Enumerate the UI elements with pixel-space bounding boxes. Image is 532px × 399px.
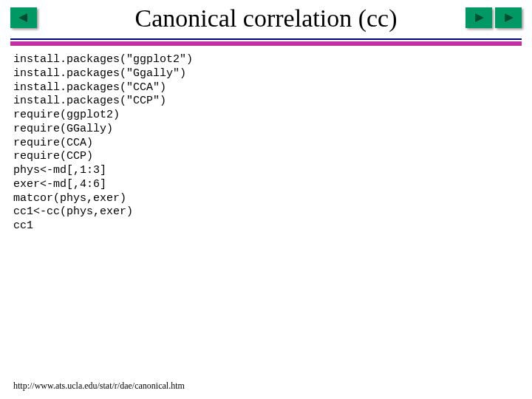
page-title: Canonical correlation (cc) [0, 4, 532, 33]
arrow-left-icon [17, 12, 30, 24]
nav-prev-group [10, 7, 37, 28]
nav-next-group [466, 7, 522, 28]
nav-next-button[interactable] [466, 7, 492, 28]
footer-url: http://www.ats.ucla.edu/stat/r/dae/canon… [13, 381, 185, 392]
nav-next-button-2[interactable] [495, 7, 522, 28]
svg-marker-1 [475, 13, 484, 22]
arrow-right-icon [502, 12, 515, 24]
arrow-right-icon [472, 12, 485, 24]
svg-marker-2 [505, 13, 514, 22]
nav-prev-button[interactable] [10, 7, 37, 28]
code-block: install.packages("ggplot2") install.pack… [13, 53, 532, 233]
title-divider [10, 38, 522, 46]
svg-marker-0 [18, 13, 27, 22]
